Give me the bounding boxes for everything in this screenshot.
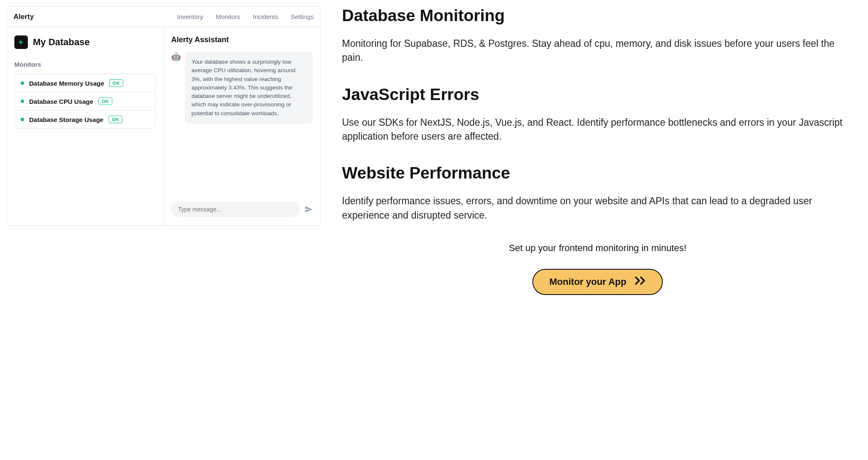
status-dot-icon (21, 118, 24, 121)
monitors-label: Monitors (14, 61, 156, 68)
lightning-icon (14, 35, 28, 49)
db-title: My Database (33, 37, 90, 48)
app-nav: Inventory Monitors Incidents Settings (177, 13, 314, 20)
chevron-double-right-icon (635, 276, 646, 287)
status-badge: OK (109, 79, 124, 87)
assistant-title: Alerty Assistant (171, 35, 313, 44)
message-input-row (171, 202, 313, 217)
db-title-row: My Database (14, 35, 156, 49)
cta-label: Monitor your App (549, 276, 627, 287)
monitor-name: Database CPU Usage (29, 98, 93, 105)
nav-monitors[interactable]: Monitors (216, 13, 240, 20)
monitor-name: Database Memory Usage (29, 80, 104, 87)
heading-database-monitoring: Database Monitoring (342, 6, 853, 25)
status-dot-icon (21, 100, 24, 103)
message-input[interactable] (171, 202, 300, 217)
body-js-errors: Use our SDKs for NextJS, Node.js, Vue.js… (342, 116, 853, 144)
body-website-performance: Identify performance issues, errors, and… (342, 194, 853, 222)
monitor-item[interactable]: Database Memory Usage OK (15, 74, 155, 92)
app-body: My Database Monitors Database Memory Usa… (7, 27, 320, 225)
cta-subtext: Set up your frontend monitoring in minut… (342, 243, 853, 254)
marketing-section: Database Monitoring Monitoring for Supab… (321, 6, 862, 454)
monitors-list: Database Memory Usage OK Database CPU Us… (14, 74, 156, 129)
assistant-column: Alerty Assistant 🤖 Your database shows a… (164, 27, 321, 225)
status-dot-icon (21, 81, 24, 85)
app-header: Alerty Inventory Monitors Incidents Sett… (7, 7, 320, 27)
nav-incidents[interactable]: Incidents (253, 13, 278, 20)
nav-settings[interactable]: Settings (291, 13, 314, 20)
monitor-item[interactable]: Database Storage Usage OK (15, 110, 155, 128)
status-badge: OK (108, 116, 123, 123)
cta-wrap: Monitor your App (342, 269, 853, 295)
monitor-item[interactable]: Database CPU Usage OK (15, 92, 155, 110)
nav-inventory[interactable]: Inventory (177, 13, 203, 20)
app-brand: Alerty (14, 13, 34, 21)
monitor-your-app-button[interactable]: Monitor your App (532, 269, 663, 295)
heading-js-errors: JavaScript Errors (342, 85, 853, 104)
app-panel: Alerty Inventory Monitors Incidents Sett… (6, 6, 321, 226)
assistant-message: Your database shows a surprisingly low a… (185, 52, 313, 124)
robot-icon: 🤖 (171, 52, 181, 61)
assistant-message-row: 🤖 Your database shows a surprisingly low… (171, 52, 313, 195)
left-column: My Database Monitors Database Memory Usa… (7, 27, 164, 225)
status-badge: OK (98, 97, 113, 105)
heading-website-performance: Website Performance (342, 164, 853, 182)
monitor-name: Database Storage Usage (29, 116, 103, 123)
send-icon[interactable] (304, 205, 313, 214)
body-database-monitoring: Monitoring for Supabase, RDS, & Postgres… (342, 37, 853, 65)
